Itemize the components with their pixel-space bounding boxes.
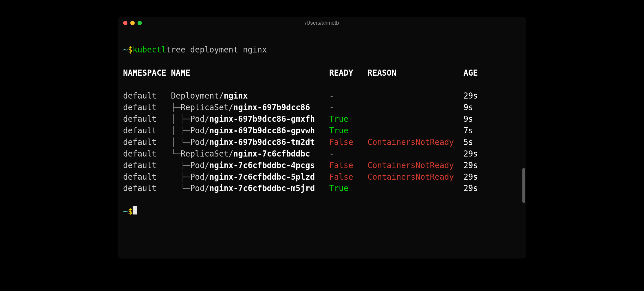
resource-name: nginx-697b9dcc86-tm2dt bbox=[209, 137, 315, 148]
name-cell: ├─Pod/nginx-7c6cfbddbc-5plzd bbox=[171, 171, 329, 183]
table-row: default└─ReplicaSet/nginx-7c6cfbddbc-29s bbox=[123, 148, 521, 160]
namespace-cell: default bbox=[123, 183, 171, 194]
prompt-dollar: $ bbox=[128, 206, 133, 217]
scrollbar[interactable] bbox=[522, 168, 525, 203]
slash-separator: / bbox=[204, 113, 209, 125]
header-ready: READY bbox=[329, 67, 367, 79]
name-cell: ├─Pod/nginx-7c6cfbddbc-4pcgs bbox=[171, 160, 329, 171]
table-row: defaultDeployment/nginx-29s bbox=[123, 90, 521, 102]
tree-branch-icon: ├─ bbox=[171, 102, 181, 113]
resource-name: nginx-697b9dcc86 bbox=[233, 102, 310, 113]
table-row: default ├─Pod/nginx-7c6cfbddbc-5plzdFals… bbox=[123, 171, 521, 183]
name-cell: ├─ReplicaSet/nginx-697b9dcc86 bbox=[171, 102, 329, 113]
reason-cell bbox=[367, 90, 463, 102]
reason-cell: ContainersNotReady bbox=[367, 171, 463, 183]
namespace-cell: default bbox=[123, 160, 171, 171]
prompt-line-empty: ~ $ bbox=[123, 206, 521, 217]
resource-name: nginx-7c6cfbddbc bbox=[233, 148, 310, 160]
table-row: default └─Pod/nginx-7c6cfbddbc-m5jrdTrue… bbox=[123, 183, 521, 194]
close-icon[interactable] bbox=[123, 21, 127, 25]
name-cell: └─Pod/nginx-7c6cfbddbc-m5jrd bbox=[171, 183, 329, 194]
minimize-icon[interactable] bbox=[130, 21, 135, 25]
resource-name: nginx-7c6cfbddbc-4pcgs bbox=[209, 160, 315, 171]
ready-cell: False bbox=[329, 171, 367, 183]
age-cell: 29s bbox=[463, 171, 482, 183]
table-header: NAMESPACENAMEREADYREASONAGE bbox=[123, 67, 521, 79]
namespace-cell: default bbox=[123, 125, 171, 137]
resource-kind: ReplicaSet bbox=[181, 148, 229, 160]
slash-separator: / bbox=[204, 171, 209, 183]
namespace-cell: default bbox=[123, 137, 171, 148]
resource-kind: Pod bbox=[190, 113, 205, 125]
age-cell: 9s bbox=[463, 102, 482, 113]
name-cell: │ └─Pod/nginx-697b9dcc86-tm2dt bbox=[171, 137, 329, 148]
name-cell: │ ├─Pod/nginx-697b9dcc86-gpvwh bbox=[171, 125, 329, 137]
terminal-body[interactable]: ~ $ kubectl tree deployment nginx NAMESP… bbox=[118, 29, 526, 259]
reason-cell bbox=[367, 113, 463, 125]
tree-branch-icon: └─ bbox=[171, 148, 181, 160]
resource-kind: Pod bbox=[190, 125, 205, 137]
command-name: kubectl bbox=[133, 44, 166, 56]
resource-name: nginx-697b9dcc86-gmxfh bbox=[209, 113, 315, 125]
slash-separator: / bbox=[204, 137, 209, 148]
reason-cell: ContainersNotReady bbox=[367, 160, 463, 171]
resource-kind: Deployment bbox=[171, 90, 219, 102]
name-cell: Deployment/nginx bbox=[171, 90, 329, 102]
cursor-icon bbox=[133, 206, 137, 214]
name-cell: └─ReplicaSet/nginx-7c6cfbddbc bbox=[171, 148, 329, 160]
resource-name: nginx-7c6cfbddbc-m5jrd bbox=[209, 183, 315, 194]
namespace-cell: default bbox=[123, 113, 171, 125]
header-name: NAME bbox=[171, 67, 329, 79]
tree-branch-icon: └─ bbox=[171, 183, 190, 194]
age-cell: 9s bbox=[463, 113, 482, 125]
table-row: default│ └─Pod/nginx-697b9dcc86-tm2dtFal… bbox=[123, 137, 521, 148]
header-namespace: NAMESPACE bbox=[123, 67, 171, 79]
table-row: default├─ReplicaSet/nginx-697b9dcc86-9s bbox=[123, 102, 521, 113]
age-cell: 29s bbox=[463, 183, 482, 194]
age-cell: 5s bbox=[463, 137, 482, 148]
table-row: default│ ├─Pod/nginx-697b9dcc86-gpvwhTru… bbox=[123, 125, 521, 137]
resource-kind: Pod bbox=[190, 137, 205, 148]
reason-cell bbox=[367, 125, 463, 137]
resource-kind: Pod bbox=[190, 160, 205, 171]
prompt-tilde: ~ bbox=[123, 44, 128, 56]
ready-cell: False bbox=[329, 137, 367, 148]
age-cell: 29s bbox=[463, 160, 482, 171]
tree-branch-icon: ├─ bbox=[171, 171, 190, 183]
maximize-icon[interactable] bbox=[138, 21, 142, 25]
tree-branch-icon: ├─ bbox=[171, 160, 190, 171]
age-cell: 29s bbox=[463, 90, 482, 102]
namespace-cell: default bbox=[123, 90, 171, 102]
slash-separator: / bbox=[204, 125, 209, 137]
table-row: default│ ├─Pod/nginx-697b9dcc86-gmxfhTru… bbox=[123, 113, 521, 125]
tree-branch-icon: │ └─ bbox=[171, 137, 190, 148]
prompt-tilde: ~ bbox=[123, 206, 128, 217]
tree-branch-icon: │ ├─ bbox=[171, 113, 190, 125]
ready-cell: True bbox=[329, 113, 367, 125]
traffic-lights bbox=[123, 21, 142, 25]
resource-kind: ReplicaSet bbox=[181, 102, 229, 113]
resource-kind: Pod bbox=[190, 183, 205, 194]
slash-separator: / bbox=[219, 90, 224, 102]
ready-cell: True bbox=[329, 183, 367, 194]
slash-separator: / bbox=[228, 102, 233, 113]
reason-cell bbox=[367, 183, 463, 194]
slash-separator: / bbox=[228, 148, 233, 160]
command-args: tree deployment nginx bbox=[166, 44, 267, 56]
header-age: AGE bbox=[463, 67, 482, 79]
namespace-cell: default bbox=[123, 171, 171, 183]
resource-name: nginx-697b9dcc86-gpvwh bbox=[209, 125, 315, 137]
ready-cell: - bbox=[329, 102, 367, 113]
ready-cell: - bbox=[329, 148, 367, 160]
prompt-dollar: $ bbox=[128, 44, 133, 56]
titlebar: /Users/ahmetb bbox=[118, 17, 526, 29]
window-title: /Users/ahmetb bbox=[305, 20, 339, 26]
table-row: default ├─Pod/nginx-7c6cfbddbc-4pcgsFals… bbox=[123, 160, 521, 171]
reason-cell bbox=[367, 148, 463, 160]
terminal-window[interactable]: /Users/ahmetb ~ $ kubectl tree deploymen… bbox=[118, 17, 526, 259]
age-cell: 29s bbox=[463, 148, 482, 160]
tree-branch-icon: │ ├─ bbox=[171, 125, 190, 137]
ready-cell: - bbox=[329, 90, 367, 102]
resource-name: nginx bbox=[224, 90, 248, 102]
ready-cell: False bbox=[329, 160, 367, 171]
